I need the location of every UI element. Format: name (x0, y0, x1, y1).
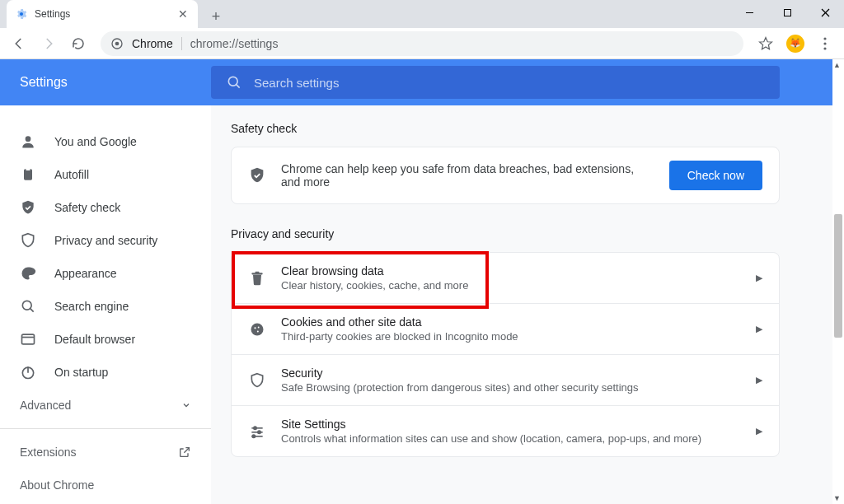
sidebar-item-appearance[interactable]: Appearance (0, 257, 211, 290)
row-cookies[interactable]: Cookies and other site data Third-party … (232, 303, 779, 354)
svg-point-13 (26, 136, 31, 142)
bookmark-star-icon[interactable] (753, 31, 778, 56)
sidebar-item-search-engine[interactable]: Search engine (0, 290, 211, 323)
sidebar-item-on-startup[interactable]: On startup (0, 356, 211, 389)
kebab-menu-icon[interactable] (813, 31, 837, 56)
chevron-down-icon (181, 400, 191, 410)
tab-close-icon[interactable]: ✕ (176, 7, 190, 21)
search-icon (226, 74, 242, 91)
svg-rect-18 (22, 334, 35, 344)
palette-icon (20, 265, 36, 282)
svg-point-9 (823, 42, 826, 44)
browser-toolbar: Chrome chrome://settings 🦊 (0, 28, 844, 59)
chevron-right-icon: ▶ (756, 426, 762, 436)
sidebar-item-label: On startup (54, 366, 108, 379)
row-subtitle: Controls what information sites can use … (281, 432, 741, 445)
row-security[interactable]: Security Safe Browsing (protection from … (232, 354, 779, 405)
reload-button[interactable] (66, 31, 91, 56)
row-subtitle: Safe Browsing (protection from dangerous… (281, 381, 741, 394)
scroll-up-arrow[interactable]: ▲ (833, 61, 841, 69)
row-title: Security (281, 366, 741, 380)
cookie-icon (248, 321, 266, 338)
trash-icon (248, 270, 266, 287)
chevron-right-icon: ▶ (756, 375, 762, 385)
new-tab-button[interactable]: + (204, 5, 227, 28)
vertical-scrollbar[interactable] (832, 96, 844, 491)
safety-check-text: Chrome can help keep you safe from data … (281, 162, 654, 189)
search-settings-bar[interactable] (211, 66, 780, 99)
row-title: Site Settings (281, 418, 741, 431)
sidebar-about-chrome[interactable]: About Chrome (0, 469, 211, 502)
sidebar-item-default-browser[interactable]: Default browser (0, 323, 211, 356)
sidebar-item-label: Safety check (54, 201, 120, 214)
sidebar-item-safety-check[interactable]: Safety check (0, 191, 211, 224)
svg-line-17 (30, 309, 34, 312)
sidebar-extensions-label: Extensions (20, 446, 76, 459)
row-title: Clear browsing data (281, 264, 741, 278)
omnibox-divider (181, 37, 182, 50)
minimize-button[interactable] (730, 0, 768, 25)
svg-point-10 (823, 47, 826, 49)
svg-line-22 (184, 448, 189, 453)
svg-point-28 (257, 330, 259, 332)
chevron-right-icon: ▶ (756, 324, 762, 334)
sidebar-item-label: Privacy and security (54, 234, 157, 247)
row-clear-browsing-data[interactable]: Clear browsing data Clear history, cooki… (232, 253, 779, 303)
browser-icon (20, 331, 36, 348)
row-site-settings[interactable]: Site Settings Controls what information … (232, 405, 779, 456)
sidebar-item-autofill[interactable]: Autofill (0, 158, 211, 191)
svg-point-30 (254, 427, 256, 429)
sidebar-item-privacy[interactable]: Privacy and security (0, 224, 211, 257)
sidebar-item-you-and-google[interactable]: You and Google (0, 125, 211, 158)
chevron-right-icon: ▶ (756, 273, 762, 283)
sidebar-extensions[interactable]: Extensions (0, 436, 211, 469)
profile-avatar[interactable]: 🦊 (783, 31, 808, 56)
svg-rect-14 (24, 169, 32, 180)
shield-check-icon (20, 199, 36, 216)
sidebar-item-label: Appearance (54, 267, 117, 280)
scroll-down-arrow[interactable]: ▼ (833, 494, 841, 502)
maximize-button[interactable] (768, 0, 806, 25)
shield-icon (20, 232, 36, 249)
tab-title: Settings (35, 8, 170, 20)
back-button[interactable] (7, 31, 31, 56)
sidebar-advanced-label: Advanced (20, 399, 71, 412)
settings-sidebar: You and Google Autofill Safety check Pri… (0, 105, 211, 504)
window-controls (730, 0, 844, 28)
shield-check-icon (248, 166, 266, 184)
svg-point-26 (254, 327, 256, 329)
row-subtitle: Clear history, cookies, cache, and more (281, 279, 741, 292)
shield-icon (248, 372, 266, 389)
forward-button[interactable] (36, 31, 61, 56)
check-now-button[interactable]: Check now (669, 161, 762, 190)
browser-window: Settings ✕ + Chrome chrome://settings 🦊 (0, 0, 844, 504)
privacy-security-heading: Privacy and security (231, 227, 780, 240)
svg-point-25 (251, 323, 264, 335)
omnibox-url: chrome://settings (190, 37, 279, 50)
address-bar[interactable]: Chrome chrome://settings (101, 31, 743, 56)
external-link-icon (178, 446, 191, 459)
sidebar-item-label: Search engine (54, 300, 129, 313)
row-title: Cookies and other site data (281, 315, 741, 329)
search-settings-input[interactable] (254, 76, 765, 90)
sidebar-advanced-toggle[interactable]: Advanced (0, 389, 211, 422)
row-subtitle: Third-party cookies are blocked in Incog… (281, 330, 741, 343)
settings-gear-icon (15, 7, 28, 21)
person-icon (20, 133, 36, 150)
svg-point-32 (258, 431, 260, 433)
page-title: Settings (0, 75, 211, 90)
sidebar-separator (0, 428, 211, 429)
svg-marker-7 (760, 37, 772, 49)
tab-strip: Settings ✕ + (0, 0, 844, 28)
svg-point-27 (258, 326, 260, 328)
close-window-button[interactable] (806, 0, 844, 25)
svg-line-12 (237, 85, 240, 88)
sliders-icon (248, 423, 266, 440)
page-content: ▲ ▼ Settings You and Google Autofill (0, 59, 844, 504)
safety-check-card: Chrome can help keep you safe from data … (231, 147, 780, 204)
tab-settings[interactable]: Settings ✕ (7, 0, 198, 28)
svg-point-11 (228, 77, 237, 86)
sidebar-item-label: Autofill (54, 168, 89, 181)
svg-rect-15 (26, 168, 30, 170)
svg-point-6 (115, 41, 120, 45)
